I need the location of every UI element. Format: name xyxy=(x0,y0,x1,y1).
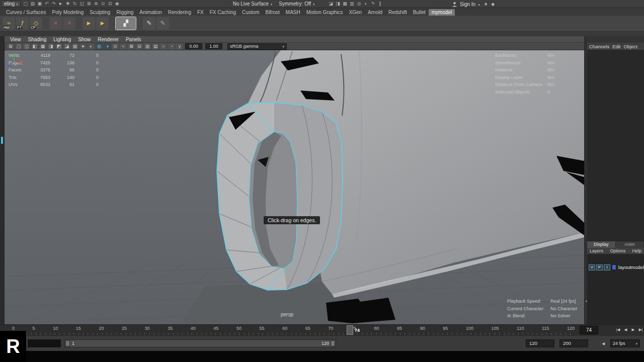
redo-icon[interactable]: ↷ xyxy=(50,1,57,7)
screen-space-ao-icon[interactable]: ⊙ xyxy=(112,43,119,50)
shelf-tab-redshift[interactable]: Redshift xyxy=(385,9,410,16)
layer-toggle-i[interactable]: I xyxy=(604,264,610,270)
shaded-mode-icon[interactable]: ● xyxy=(79,43,87,50)
plugin-shapes-icon[interactable]: ○ xyxy=(160,43,167,50)
isolate-select-icon[interactable]: ⊟ xyxy=(136,43,143,50)
shelf-ft-button[interactable]: ƒFT xyxy=(16,17,29,30)
go-to-end-button[interactable]: ▶| xyxy=(637,326,644,334)
paint-effects-icon[interactable]: ✎ xyxy=(370,1,377,7)
channel-box-menu-object[interactable]: Object xyxy=(624,44,637,49)
snap-plane-icon[interactable]: ⊡ xyxy=(107,1,114,7)
shelf-tab-rendering[interactable]: Rendering xyxy=(165,9,194,16)
live-surface-button[interactable]: No Live Surface xyxy=(230,1,275,7)
playback-end-field[interactable]: 120 xyxy=(526,339,554,347)
render-settings-icon[interactable]: ▦ xyxy=(342,1,349,7)
play-forward-button[interactable]: ▶ xyxy=(630,326,636,334)
layer-color-swatch[interactable] xyxy=(612,264,616,270)
time-slider[interactable]: 0510152025303540455055606570758085909510… xyxy=(0,324,644,335)
textured-mode-icon[interactable]: ◐ xyxy=(88,43,95,50)
toolbox-collapsed-strip[interactable] xyxy=(0,36,5,324)
layer-row[interactable]: VPI layoutmodel xyxy=(587,263,644,271)
shelf-tab-motion-graphics[interactable]: Motion Graphics xyxy=(303,9,346,16)
xray-icon[interactable]: ▥ xyxy=(144,43,151,50)
exposure-icon[interactable]: ◔ xyxy=(168,43,175,50)
layer-tab-display[interactable]: Display xyxy=(587,241,616,248)
hypershade-icon[interactable]: ▥ xyxy=(349,1,356,7)
shelf-tab-mymodel[interactable]: mymodel xyxy=(429,9,455,16)
exposure-field[interactable]: 0.00 xyxy=(185,43,202,49)
ipr-render-icon[interactable]: ◨ xyxy=(335,1,342,7)
render-frame-icon[interactable]: ◪ xyxy=(328,1,335,7)
safe-action-icon[interactable]: ◨ xyxy=(47,43,54,50)
playback-option-button[interactable]: ◀ xyxy=(600,340,607,347)
resolution-gate-icon[interactable]: ◫ xyxy=(23,43,30,50)
shelf-tab-xgen[interactable]: XGen xyxy=(346,9,365,16)
star-icon[interactable]: ★ xyxy=(482,1,490,8)
rotate-tool-icon[interactable]: ↻ xyxy=(71,1,78,7)
move-tool-icon[interactable]: ✚ xyxy=(64,1,71,7)
current-frame-field[interactable]: 74 xyxy=(580,326,598,334)
scale-tool-icon[interactable]: ◱ xyxy=(78,1,86,7)
shelf-tab-poly-modeling[interactable]: Poly Modeling xyxy=(49,9,87,16)
shelf-tab-sculpting[interactable]: Sculpting xyxy=(87,9,113,16)
timeline-playhead[interactable] xyxy=(347,325,353,335)
selected-ring-mesh[interactable] xyxy=(217,103,343,290)
menuset-dropdown[interactable]: eling xyxy=(2,1,21,7)
panel-menu-lighting[interactable]: Lighting xyxy=(50,36,74,42)
snap-grid-icon[interactable]: ⊞ xyxy=(86,1,93,7)
shelf-tab-curves-surfaces[interactable]: Curves / Surfaces xyxy=(3,9,49,16)
wireframe-mode-icon[interactable]: ▧ xyxy=(71,43,78,50)
use-all-lights-icon[interactable]: ◎ xyxy=(96,43,103,50)
gate-mask-icon[interactable]: ◧ xyxy=(31,43,38,50)
shelf-mirror-button[interactable]: ▞ xyxy=(116,17,136,30)
shelf-export-sel-button[interactable]: ► xyxy=(83,17,95,30)
panel-grab-handle[interactable] xyxy=(1,137,3,144)
field-chart-icon[interactable]: ▦ xyxy=(39,43,46,50)
multisample-icon[interactable]: ⊠ xyxy=(128,43,135,50)
symmetry-dropdown[interactable]: Symmetry: Off xyxy=(276,1,317,7)
range-slider-bar[interactable]: 1 120 xyxy=(64,339,336,347)
panel-menu-panels[interactable]: Panels xyxy=(122,36,145,42)
viewport-3d[interactable]: Verts:4119720Edges:74251360Faces:3375660… xyxy=(5,50,584,324)
panel-menu-view[interactable]: View xyxy=(7,36,25,42)
bookmark-icon[interactable]: ◆ xyxy=(490,1,497,8)
shelf-freeze-button[interactable]: × xyxy=(63,17,75,30)
range-start-handle[interactable] xyxy=(65,340,70,346)
shelf-tab-custom[interactable]: Custom xyxy=(239,9,262,16)
shelf-tab-rigging[interactable]: Rigging xyxy=(113,9,136,16)
channel-list-empty[interactable] xyxy=(587,50,644,241)
shelf-tab-mash[interactable]: MASH xyxy=(283,9,303,16)
shelf-cp-button[interactable]: ◇CP xyxy=(30,17,42,30)
shelf-tab-animation[interactable]: Animation xyxy=(136,9,165,16)
display-layers-icon[interactable]: ◐ xyxy=(363,1,370,7)
joints-xray-icon[interactable]: ▤ xyxy=(152,43,159,50)
step-back-frame-button[interactable]: ◀ xyxy=(622,326,629,334)
undo-icon[interactable]: ↶ xyxy=(43,1,50,7)
shelf-import-ref-button[interactable]: ► xyxy=(96,17,109,30)
snap-curve-icon[interactable]: ⊛ xyxy=(93,1,100,7)
make-live-icon[interactable]: ◉ xyxy=(114,1,121,7)
grid-toggle-icon[interactable]: ⊞ xyxy=(7,43,14,50)
new-scene-icon[interactable]: ▢ xyxy=(22,1,29,7)
sign-in-button[interactable]: Sign In xyxy=(460,2,475,7)
panel-menu-renderer[interactable]: Renderer xyxy=(94,36,122,42)
motion-blur-icon[interactable]: ≈ xyxy=(120,43,127,50)
shelf-quad-draw-button[interactable]: ✎ xyxy=(156,17,169,30)
open-scene-icon[interactable]: ▤ xyxy=(29,1,36,7)
channel-box-menu-channels[interactable]: Channels xyxy=(589,44,609,49)
panel-menu-shading[interactable]: Shading xyxy=(25,36,50,42)
pause-updates-icon[interactable]: ∥ xyxy=(377,1,384,7)
anim-start-field[interactable] xyxy=(28,339,61,347)
shelf-tab-arnold[interactable]: Arnold xyxy=(365,9,385,16)
layer-menu-options[interactable]: Options xyxy=(610,248,625,254)
shelf-tab-fx-caching[interactable]: FX Caching xyxy=(207,9,239,16)
channel-box-menu-edit[interactable]: Edit xyxy=(612,44,620,49)
shelf-tab-bifrost[interactable]: Bifrost xyxy=(262,9,282,16)
save-scene-icon[interactable]: ▣ xyxy=(36,1,43,7)
fps-dropdown[interactable]: 24 fps xyxy=(610,339,640,347)
panel-menu-show[interactable]: Show xyxy=(74,36,94,42)
range-end-handle[interactable] xyxy=(331,340,335,346)
anim-end-field[interactable]: 200 xyxy=(559,339,588,347)
gamma-field[interactable]: 1.00 xyxy=(205,43,222,49)
layer-menu-help[interactable]: Help xyxy=(632,248,641,254)
